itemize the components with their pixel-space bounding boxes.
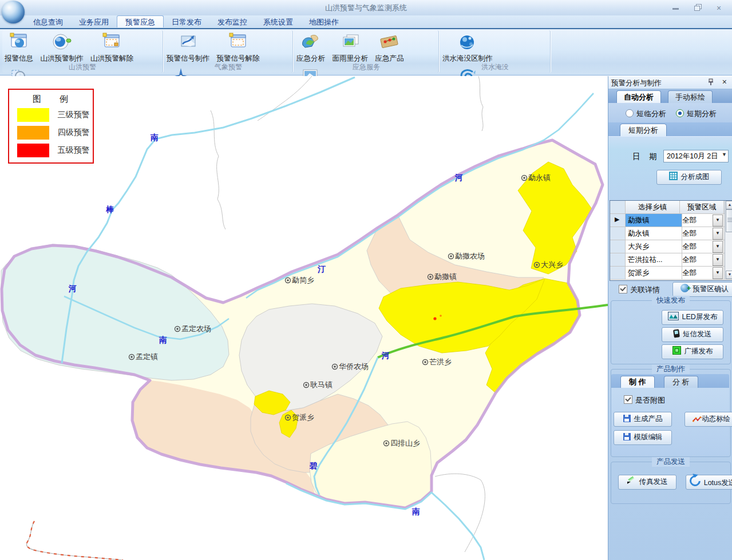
river-label: 棒 <box>105 205 114 214</box>
group-title: 快速发布 <box>652 296 690 305</box>
chevron-down-icon[interactable]: ▼ <box>722 152 727 157</box>
analysis-form: 日 期 2012年10月 2日 ▼ 分析成图 <box>608 136 732 201</box>
region-mengding-cyan[interactable] <box>1 244 229 380</box>
fax-pen-icon <box>627 477 636 485</box>
column-header-town[interactable]: 选择乡镇 <box>626 201 680 214</box>
minimize-button[interactable] <box>667 3 684 13</box>
tab-warning-emergency[interactable]: 预警应急 <box>117 15 164 27</box>
grid-icon <box>669 172 678 180</box>
emergency-analysis-button[interactable]: 应急分析 <box>294 30 327 65</box>
river-label: 南 <box>159 335 167 344</box>
lotus-refresh-icon <box>687 473 703 488</box>
table-scrollbar[interactable]: ▲ ▼ <box>725 201 732 279</box>
subtab-short-period[interactable]: 短期分析 <box>620 124 667 136</box>
tab-manual-plot[interactable]: 手动标绘 <box>668 90 713 103</box>
tab-system-settings[interactable]: 系统设置 <box>255 16 301 27</box>
pin-icon[interactable] <box>707 78 714 86</box>
sms-send-button[interactable]: 短信发送 <box>662 327 723 342</box>
radio-short-term-nowcast[interactable]: 短临分析 <box>626 108 666 119</box>
tab-analyze[interactable]: 分 析 <box>664 376 698 388</box>
template-edit-button[interactable]: 模版编辑 <box>614 430 672 445</box>
red-plot-icon <box>693 416 702 423</box>
panel-header: 预警分析与制作 × <box>608 76 732 89</box>
lotus-send-button[interactable]: Lotus发送 <box>686 475 732 490</box>
link-detail-row: 关联详情 预警区确认 <box>608 282 732 297</box>
ribbon-group-title: 山洪预警 <box>2 62 163 72</box>
tab-map-operation[interactable]: 地图操作 <box>301 16 347 27</box>
river-label: 南 <box>150 133 159 142</box>
analysis-mode-radios: 短临分析 短期分析 <box>608 103 732 122</box>
confirm-warning-area-button[interactable]: 预警区确认 <box>672 282 732 297</box>
tab-business[interactable]: 业务应用 <box>71 16 117 27</box>
table-row[interactable]: 芒洪拉祜... 全部▼ <box>610 253 732 267</box>
tab-make[interactable]: 制 作 <box>620 376 655 388</box>
ribbon-group-emergency-service: 应急分析 面雨里分析 应急产品 动态标绘 应急服务 <box>294 30 439 73</box>
analyze-map-button[interactable]: 分析成图 <box>656 170 722 185</box>
scroll-down-icon[interactable]: ▼ <box>726 271 732 279</box>
tab-auto-analysis[interactable]: 自动分析 <box>616 90 661 103</box>
radio-short-term-period[interactable]: 短期分析 <box>676 108 717 119</box>
flood-warning-cancel-icon <box>102 33 121 52</box>
flood-warning-create-icon <box>50 33 73 52</box>
emergency-product-button[interactable]: 应急产品 <box>373 30 406 65</box>
tab-publish-monitor[interactable]: 发布监控 <box>209 16 255 27</box>
link-detail-checkbox[interactable]: 关联详情 <box>619 284 660 295</box>
svg-text:勐简乡: 勐简乡 <box>292 276 314 284</box>
date-combobox[interactable]: 2012年10月 2日 ▼ <box>663 150 729 162</box>
date-label: 日 期 <box>632 152 660 162</box>
scrollbar-thumb[interactable] <box>726 209 732 232</box>
title-bar: 山洪预警与气象监测系统 × <box>0 0 732 15</box>
flood-zone-create-button[interactable]: 洪水淹没区制作 <box>440 30 495 65</box>
border-dashes <box>26 521 123 560</box>
table-row[interactable]: 贺派乡 全部▼ <box>610 267 732 280</box>
broadcast-publish-button[interactable]: 广播发布 <box>662 344 723 359</box>
close-button[interactable]: × <box>710 3 727 13</box>
floppy-disk-icon <box>623 433 631 440</box>
attach-map-checkbox[interactable]: 是否附图 <box>624 395 665 406</box>
generate-product-button[interactable]: 生成产品 <box>614 412 672 427</box>
border-line <box>26 521 123 560</box>
broadcast-icon <box>672 346 681 355</box>
fax-send-button[interactable]: 传真发送 <box>618 475 676 490</box>
scroll-up-icon[interactable]: ▲ <box>726 201 732 209</box>
admin-line <box>478 76 483 131</box>
area-rainfall-analysis-button[interactable]: 面雨里分析 <box>330 30 370 65</box>
app-title: 山洪预警与气象监测系统 <box>0 3 732 13</box>
signal-cancel-button[interactable]: 预警信号解除 <box>214 30 262 65</box>
table-row[interactable]: ▶ 勐撒镇 全部▼ <box>610 214 732 227</box>
flood-warning-create-button[interactable]: 山洪预警制作 <box>38 30 85 65</box>
signal-create-button[interactable]: 预警信号制作 <box>164 30 212 65</box>
svg-text:勐撒农场: 勐撒农场 <box>455 252 485 260</box>
panel-tab-strip: 自动分析 手动标绘 <box>608 89 732 103</box>
svg-text:孟定镇: 孟定镇 <box>136 352 158 361</box>
chevron-down-icon[interactable]: ▼ <box>713 241 723 253</box>
alarm-info-button[interactable]: 报警信息 <box>2 30 35 65</box>
alert-dot <box>440 315 442 317</box>
flood-warning-cancel-button[interactable]: 山洪预警解除 <box>88 30 136 65</box>
tab-daily-publish[interactable]: 日常发布 <box>164 16 209 27</box>
admin-line <box>435 474 485 552</box>
chevron-down-icon[interactable]: ▼ <box>713 267 723 279</box>
table-row[interactable]: 大兴乡 全部▼ <box>610 240 732 253</box>
legend-item: 五级预警 <box>17 144 93 160</box>
ribbon-toolbar: 报警信息 山洪预警制作 山洪预警解除 预警查询 山洪预警 预警信号制作 预警信号… <box>0 29 732 76</box>
chevron-down-icon[interactable]: ▼ <box>713 228 723 240</box>
panel-close-icon[interactable]: × <box>722 78 727 86</box>
tab-info-query[interactable]: 信息查询 <box>25 16 71 27</box>
river-label: 河 <box>454 173 463 182</box>
led-publish-button[interactable]: LED屏发布 <box>662 310 723 325</box>
chevron-down-icon[interactable]: ▼ <box>713 254 723 266</box>
legend-item: 三级预警 <box>17 108 93 124</box>
table-row[interactable]: 勐永镇 全部▼ <box>610 227 732 240</box>
panel-title: 预警分析与制作 <box>611 78 662 88</box>
restore-button[interactable] <box>689 3 706 13</box>
emergency-analysis-icon <box>300 33 321 52</box>
svg-text:贺派乡: 贺派乡 <box>292 413 314 422</box>
dynamic-plot-panel-button[interactable]: 动态标绘 <box>684 412 732 427</box>
column-header-area[interactable]: 预警区域 <box>680 201 724 214</box>
globe-plus-icon <box>680 284 689 292</box>
subtab-strip: 短期分析 <box>608 122 732 136</box>
chevron-down-icon[interactable]: ▼ <box>713 215 723 227</box>
legend-item: 四级预警 <box>17 126 93 142</box>
river-label: 碧 <box>309 461 318 470</box>
